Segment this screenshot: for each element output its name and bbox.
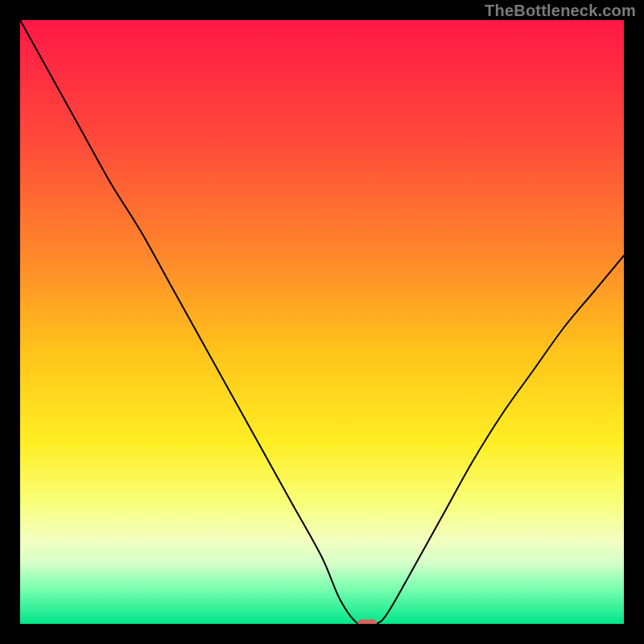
optimal-point-marker	[357, 620, 377, 624]
chart-svg	[20, 20, 624, 624]
gradient-background	[20, 20, 624, 624]
chart-frame: TheBottleneck.com	[0, 0, 644, 644]
watermark-text: TheBottleneck.com	[485, 2, 636, 20]
plot-area	[20, 20, 624, 624]
